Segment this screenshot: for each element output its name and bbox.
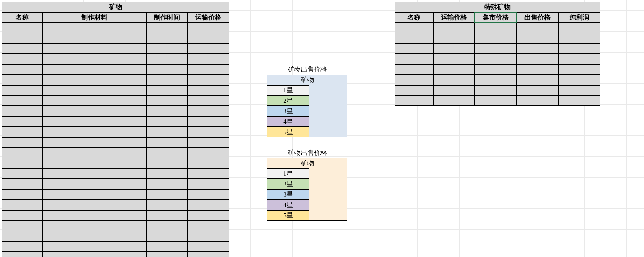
right-table-cell[interactable] — [475, 23, 517, 33]
right-table-col-2[interactable]: 集市价格 — [475, 12, 517, 23]
price-block-0-value-area[interactable] — [309, 85, 347, 137]
left-table-cell[interactable] — [187, 75, 229, 85]
left-table-cell[interactable] — [2, 148, 43, 158]
left-table-cell[interactable] — [187, 33, 229, 43]
left-table-cell[interactable] — [187, 158, 229, 168]
left-table-cell[interactable] — [43, 158, 146, 168]
left-table-cell[interactable] — [146, 43, 187, 54]
right-table-cell[interactable] — [433, 23, 475, 33]
right-table-cell[interactable] — [433, 85, 475, 96]
left-table-cell[interactable] — [43, 168, 146, 179]
right-table-cell[interactable] — [517, 96, 558, 106]
right-table-col-3[interactable]: 出售价格 — [517, 12, 558, 23]
left-table-cell[interactable] — [2, 75, 43, 85]
left-table-cell[interactable] — [146, 96, 187, 106]
price-block-0-star-3[interactable]: 3星 — [267, 106, 309, 116]
left-table-col-1[interactable]: 制作材料 — [43, 12, 146, 23]
left-table-cell[interactable] — [187, 85, 229, 96]
right-table-cell[interactable] — [433, 64, 475, 75]
left-table-cell[interactable] — [43, 210, 146, 221]
left-table-cell[interactable] — [187, 23, 229, 33]
left-table-cell[interactable] — [43, 221, 146, 231]
left-table-cell[interactable] — [187, 54, 229, 64]
left-table-cell[interactable] — [146, 189, 187, 200]
spreadsheet[interactable]: 矿物名称制作材料制作时间运输价格特殊矿物名称运输价格集市价格出售价格纯利润矿物出… — [0, 0, 644, 257]
right-table-cell[interactable] — [475, 64, 517, 75]
left-table-cell[interactable] — [2, 252, 43, 257]
left-table-cell[interactable] — [146, 168, 187, 179]
left-table-cell[interactable] — [43, 23, 146, 33]
left-table-cell[interactable] — [146, 75, 187, 85]
left-table-cell[interactable] — [187, 64, 229, 75]
left-table-cell[interactable] — [187, 241, 229, 252]
left-table-cell[interactable] — [2, 158, 43, 168]
right-table-cell[interactable] — [395, 75, 433, 85]
left-table-cell[interactable] — [43, 137, 146, 148]
left-table-cell[interactable] — [187, 179, 229, 189]
left-table-cell[interactable] — [43, 43, 146, 54]
price-block-0-star-5[interactable]: 5星 — [267, 127, 309, 137]
left-table-cell[interactable] — [187, 189, 229, 200]
left-table-cell[interactable] — [146, 116, 187, 127]
left-table-cell[interactable] — [43, 127, 146, 137]
price-block-1-value-area[interactable] — [309, 168, 347, 221]
left-table-cell[interactable] — [2, 54, 43, 64]
right-table-cell[interactable] — [475, 85, 517, 96]
right-table-cell[interactable] — [475, 33, 517, 43]
price-block-0-title[interactable]: 矿物出售价格 — [267, 64, 347, 75]
left-table-cell[interactable] — [146, 252, 187, 257]
price-block-0-subtitle[interactable]: 矿物 — [267, 75, 347, 85]
price-block-1-star-2[interactable]: 2星 — [267, 179, 309, 189]
right-table-cell[interactable] — [475, 54, 517, 64]
left-table-col-3[interactable]: 运输价格 — [187, 12, 229, 23]
left-table-cell[interactable] — [187, 106, 229, 116]
left-table-cell[interactable] — [187, 252, 229, 257]
right-table-cell[interactable] — [475, 96, 517, 106]
price-block-1-star-5[interactable]: 5星 — [267, 210, 309, 221]
left-table-cell[interactable] — [43, 75, 146, 85]
price-block-1-subtitle[interactable]: 矿物 — [267, 158, 347, 168]
left-table-cell[interactable] — [2, 106, 43, 116]
right-table-cell[interactable] — [475, 43, 517, 54]
right-table-cell[interactable] — [433, 96, 475, 106]
left-table-cell[interactable] — [2, 231, 43, 241]
left-table-cell[interactable] — [2, 200, 43, 210]
left-table-cell[interactable] — [146, 23, 187, 33]
left-table-cell[interactable] — [2, 43, 43, 54]
right-table-cell[interactable] — [395, 33, 433, 43]
right-table-cell[interactable] — [395, 23, 433, 33]
right-table-cell[interactable] — [558, 64, 600, 75]
left-table-cell[interactable] — [187, 210, 229, 221]
right-table-cell[interactable] — [395, 96, 433, 106]
left-table-col-0[interactable]: 名称 — [2, 12, 43, 23]
right-table-cell[interactable] — [517, 54, 558, 64]
left-table-cell[interactable] — [2, 210, 43, 221]
left-table-cell[interactable] — [146, 106, 187, 116]
right-table-cell[interactable] — [517, 85, 558, 96]
left-table-cell[interactable] — [187, 96, 229, 106]
left-table-cell[interactable] — [187, 168, 229, 179]
left-table-cell[interactable] — [146, 241, 187, 252]
left-table-cell[interactable] — [146, 54, 187, 64]
left-table-cell[interactable] — [43, 96, 146, 106]
left-table-cell[interactable] — [2, 168, 43, 179]
left-table-cell[interactable] — [43, 241, 146, 252]
left-table-cell[interactable] — [187, 231, 229, 241]
right-table-cell[interactable] — [558, 33, 600, 43]
left-table-cell[interactable] — [43, 106, 146, 116]
left-table-cell[interactable] — [43, 252, 146, 257]
left-table-cell[interactable] — [2, 189, 43, 200]
left-table-cell[interactable] — [43, 64, 146, 75]
left-table-cell[interactable] — [146, 158, 187, 168]
price-block-1-star-4[interactable]: 4星 — [267, 200, 309, 210]
price-block-1-title[interactable]: 矿物出售价格 — [267, 148, 347, 158]
left-table-cell[interactable] — [187, 137, 229, 148]
left-table-cell[interactable] — [146, 221, 187, 231]
right-table-cell[interactable] — [558, 85, 600, 96]
price-block-0-star-4[interactable]: 4星 — [267, 116, 309, 127]
left-table-title[interactable]: 矿物 — [2, 2, 229, 12]
price-block-0-star-2[interactable]: 2星 — [267, 96, 309, 106]
left-table-cell[interactable] — [187, 221, 229, 231]
left-table-cell[interactable] — [2, 179, 43, 189]
right-table-cell[interactable] — [395, 54, 433, 64]
